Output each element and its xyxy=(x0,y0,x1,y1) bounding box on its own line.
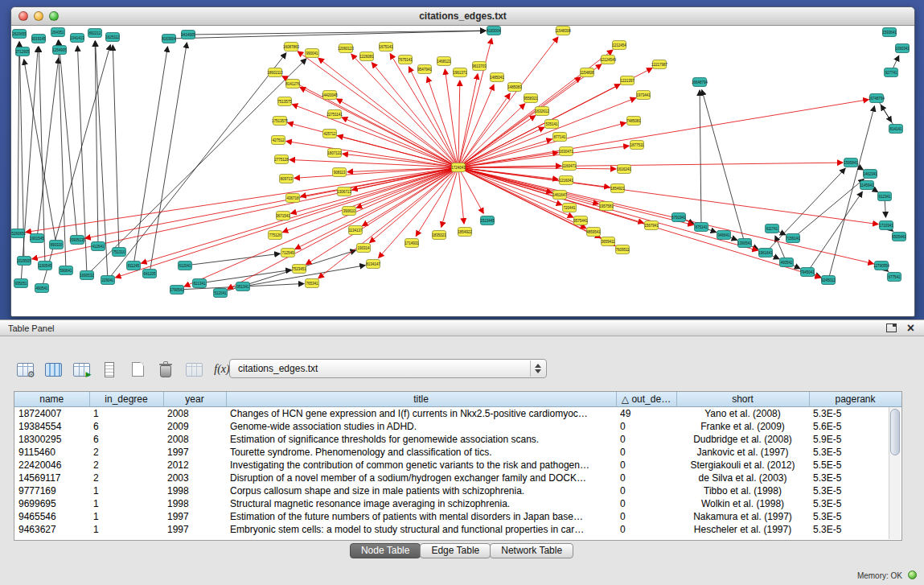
network-node[interactable]: 809713 xyxy=(280,175,294,183)
network-node[interactable]: 16748794 xyxy=(869,94,885,103)
network-node[interactable]: 1513445 xyxy=(480,216,495,225)
network-node[interactable]: 9414905 xyxy=(181,31,195,39)
network-edge[interactable] xyxy=(133,47,167,266)
network-node[interactable]: 535141 xyxy=(545,120,559,129)
row-tools-icon[interactable] xyxy=(99,360,120,379)
table-row[interactable]: 946554611997Estimation of the future num… xyxy=(14,510,901,523)
network-node[interactable]: 720441 xyxy=(563,204,577,212)
network-node[interactable]: 7675141 xyxy=(398,56,413,64)
network-node[interactable]: 12790554 xyxy=(873,262,890,270)
network-edge[interactable] xyxy=(298,51,458,167)
network-node[interactable]: 1221397 xyxy=(620,76,634,85)
network-node[interactable]: 1461647 xyxy=(552,191,567,200)
column-header-out_degree[interactable]: △ out_de… xyxy=(616,392,676,407)
tab-edge-table[interactable]: Edge Table xyxy=(420,543,491,558)
network-node[interactable]: 16087863 xyxy=(283,43,300,51)
network-node[interactable]: 1212454 xyxy=(612,41,626,50)
network-node[interactable]: 6505441 xyxy=(892,233,906,241)
network-node[interactable]: 1145941 xyxy=(860,181,874,190)
network-edge[interactable] xyxy=(228,167,458,289)
network-node[interactable]: 1854922 xyxy=(458,228,472,237)
network-node[interactable]: 712549 xyxy=(281,249,295,257)
network-edge[interactable] xyxy=(199,270,291,283)
network-node[interactable]: 1790541 xyxy=(170,286,184,295)
network-edge[interactable] xyxy=(150,43,187,274)
network-canvas[interactable]: 2620655901914526435110414138922121625112… xyxy=(11,26,914,316)
network-node[interactable]: 890320 xyxy=(50,241,64,249)
network-edge[interactable] xyxy=(351,54,458,167)
network-node[interactable]: 1154808 xyxy=(580,68,594,77)
network-edge[interactable] xyxy=(409,67,458,167)
network-hub-node[interactable]: 1724043 xyxy=(451,163,466,172)
network-node[interactable]: 7513575 xyxy=(277,97,292,106)
table-row[interactable]: 969969511998Structural magnetic resonanc… xyxy=(14,497,901,510)
close-panel-icon[interactable]: × xyxy=(907,323,914,332)
network-node[interactable]: 1226081 xyxy=(359,52,374,61)
network-node[interactable]: 1632612 xyxy=(535,107,549,116)
network-node[interactable]: 1306713 xyxy=(337,187,351,196)
network-node[interactable]: 892212 xyxy=(88,29,102,38)
network-node[interactable]: 9613703 xyxy=(472,62,487,71)
network-node[interactable]: 677541 xyxy=(888,273,901,282)
network-node[interactable]: 814141 xyxy=(889,125,903,134)
new-column-icon[interactable]: ▶ xyxy=(71,360,92,379)
network-canvas-svg[interactable]: 2620655901914526435110414138922121625112… xyxy=(11,26,914,316)
network-node[interactable]: 22751141 xyxy=(326,110,343,119)
network-node[interactable]: 7156141 xyxy=(786,234,800,243)
table-row[interactable]: 1872400712008Changes of HCN gene express… xyxy=(14,407,901,421)
network-edge[interactable] xyxy=(445,69,458,167)
network-edge[interactable] xyxy=(807,192,862,272)
network-node[interactable]: 1134137 xyxy=(348,226,363,235)
network-node[interactable]: 390610 xyxy=(343,207,356,216)
network-window-titlebar[interactable]: citations_edges.txt xyxy=(11,7,914,26)
table-row[interactable]: 911546021997Tourette syndrome. Phenomeno… xyxy=(14,446,901,459)
network-edge[interactable] xyxy=(113,45,119,252)
network-node[interactable]: 1835021 xyxy=(432,231,446,240)
network-node[interactable]: 9019145 xyxy=(31,35,46,43)
network-node[interactable]: 908113 xyxy=(333,168,347,177)
network-node[interactable]: 512041 xyxy=(214,289,228,298)
network-edge[interactable] xyxy=(95,41,98,246)
network-node[interactable]: 190314 xyxy=(357,244,371,253)
network-edge[interactable] xyxy=(458,167,873,264)
network-node[interactable]: 7523451 xyxy=(292,265,306,274)
network-node[interactable]: 935051 xyxy=(14,279,28,288)
network-node[interactable]: 8134147 xyxy=(366,260,380,269)
network-edge[interactable] xyxy=(458,100,869,167)
network-node[interactable]: 1485083 xyxy=(507,83,522,92)
column-header-short[interactable]: short xyxy=(676,392,809,407)
network-node[interactable]: 14420045 xyxy=(322,91,339,100)
network-edge[interactable] xyxy=(337,99,458,167)
network-edge[interactable] xyxy=(828,106,874,280)
network-node[interactable]: 1390541 xyxy=(737,239,752,248)
network-edge[interactable] xyxy=(188,31,486,35)
network-edge[interactable] xyxy=(18,42,19,233)
network-node[interactable]: 877141 xyxy=(553,133,567,142)
network-node[interactable]: 612341 xyxy=(878,192,892,201)
column-header-year[interactable]: year xyxy=(163,392,226,407)
network-node[interactable]: 1593641 xyxy=(882,28,897,37)
network-node[interactable]: 9245012 xyxy=(821,276,836,285)
network-node[interactable]: 1625112 xyxy=(105,33,120,42)
show-columns-icon[interactable] xyxy=(43,360,64,379)
network-node[interactable]: 6791941 xyxy=(671,213,686,222)
network-node[interactable]: 7485081 xyxy=(626,117,641,126)
network-edge[interactable] xyxy=(185,253,280,266)
network-node[interactable]: 7945041 xyxy=(800,268,815,277)
column-header-pagerank[interactable]: pagerank xyxy=(809,392,901,407)
network-node[interactable]: 4859541 xyxy=(586,228,601,237)
network-node[interactable]: 9558321 xyxy=(524,94,538,103)
table-row[interactable]: 1938455462009Genome-wide association stu… xyxy=(14,420,901,433)
delete-table-icon[interactable] xyxy=(155,360,176,379)
network-edge[interactable] xyxy=(291,167,458,213)
network-node[interactable]: 2620655 xyxy=(12,30,27,39)
network-edge[interactable] xyxy=(458,127,544,167)
network-edge[interactable] xyxy=(793,179,864,238)
network-node[interactable]: 946641 xyxy=(717,231,731,240)
dropdown-stepper-icon[interactable] xyxy=(530,360,545,377)
network-node[interactable]: 1690532 xyxy=(80,271,94,280)
network-node[interactable]: 1090341 xyxy=(895,44,910,53)
table-row[interactable]: 1830029562008Estimation of significance … xyxy=(14,433,901,446)
network-edge[interactable] xyxy=(458,167,878,225)
network-node[interactable]: 875141 xyxy=(695,223,708,232)
